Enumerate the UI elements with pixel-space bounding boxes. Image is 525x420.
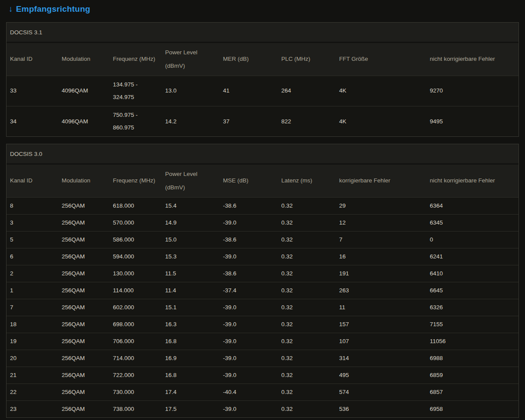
table-cell: 114.000 xyxy=(109,282,162,299)
table-cell: 618.000 xyxy=(109,197,162,214)
table-cell: 130.000 xyxy=(109,265,162,282)
table-cell: -39.0 xyxy=(219,248,277,265)
table-cell: 9495 xyxy=(426,106,518,136)
table-cell: 256QAM xyxy=(58,248,109,265)
table-cell: 16.8 xyxy=(162,333,219,350)
table-row: 344096QAM750.975 - 860.97514.2378224K949… xyxy=(7,106,518,136)
table-cell: 23 xyxy=(7,400,58,417)
table-row: 1256QAM114.00011.4-37.40.322636645 xyxy=(7,282,518,299)
table-cell: 16.8 xyxy=(162,367,219,384)
column-header: Frequenz (MHz) xyxy=(109,165,162,197)
table-cell: 536 xyxy=(336,400,426,417)
table-cell: 0.32 xyxy=(278,248,336,265)
table-cell: 5 xyxy=(7,231,58,248)
table-cell: 495 xyxy=(336,367,426,384)
table-row: 19256QAM706.00016.8-39.00.3210711056 xyxy=(7,333,518,350)
column-header: Frequenz (MHz) xyxy=(109,43,162,76)
column-header: nicht korrigierbare Fehler xyxy=(426,165,518,197)
column-header: MSE (dB) xyxy=(219,165,277,197)
table-cell: 738.000 xyxy=(109,400,162,417)
table-row: 8256QAM618.00015.4-38.60.32296364 xyxy=(7,197,518,214)
downstream-status-page: ↓Empfangsrichtung DOCSIS 3.1 Kanal IDMod… xyxy=(0,0,525,418)
table-cell: 157 xyxy=(336,316,426,333)
table-row: 22256QAM730.00017.4-40.40.325746857 xyxy=(7,384,518,400)
table-cell: 191 xyxy=(336,265,426,282)
table-cell: 15.0 xyxy=(162,231,219,248)
table-cell: -38.6 xyxy=(219,197,277,214)
table-row: 3256QAM570.00014.9-39.00.32126345 xyxy=(7,214,518,231)
table-cell: 37 xyxy=(219,106,277,136)
table-cell: 34 xyxy=(7,106,58,136)
docsis31-section: DOCSIS 3.1 Kanal IDModulationFrequenz (M… xyxy=(6,22,519,137)
table-cell: 16.9 xyxy=(162,350,219,367)
column-header: korrigierbare Fehler xyxy=(336,165,426,197)
table-cell: 6645 xyxy=(426,282,518,299)
table-cell: 822 xyxy=(278,106,336,136)
table-cell: 256QAM xyxy=(58,350,109,367)
table-cell: 256QAM xyxy=(58,214,109,231)
table-cell: -38.6 xyxy=(219,231,277,248)
table-cell: 698.000 xyxy=(109,316,162,333)
column-header: FFT Größe xyxy=(336,43,426,76)
table-cell: 0.32 xyxy=(278,367,336,384)
table-cell: 256QAM xyxy=(58,299,109,316)
table-cell: 14.9 xyxy=(162,214,219,231)
table-cell: 570.000 xyxy=(109,214,162,231)
table-cell: 9270 xyxy=(426,76,518,106)
table-cell: 3 xyxy=(7,214,58,231)
table-cell: 722.000 xyxy=(109,367,162,384)
column-header: Modulation xyxy=(58,165,109,197)
table-cell: 14.2 xyxy=(162,106,219,136)
table-cell: -38.6 xyxy=(219,265,277,282)
table-cell: 0.32 xyxy=(278,333,336,350)
table-cell: 4K xyxy=(336,76,426,106)
table-cell: 714.000 xyxy=(109,350,162,367)
table-cell: 256QAM xyxy=(58,400,109,417)
table-cell: 0.32 xyxy=(278,197,336,214)
table-cell: -39.0 xyxy=(219,350,277,367)
table-row: 21256QAM722.00016.8-39.00.324956859 xyxy=(7,367,518,384)
docsis30-table: Kanal IDModulationFrequenz (MHz)Power Le… xyxy=(7,165,518,417)
table-cell: -37.4 xyxy=(219,282,277,299)
table-cell: 17.4 xyxy=(162,384,219,400)
column-header: Kanal ID xyxy=(7,165,58,197)
table-cell: 256QAM xyxy=(58,316,109,333)
table-cell: 6857 xyxy=(426,384,518,400)
table-cell: 8 xyxy=(7,197,58,214)
docsis30-section: DOCSIS 3.0 Kanal IDModulationFrequenz (M… xyxy=(6,144,519,418)
table-cell: 13.0 xyxy=(162,76,219,106)
table-cell: 11 xyxy=(336,299,426,316)
table-cell: 11.4 xyxy=(162,282,219,299)
table-row: 334096QAM134.975 - 324.97513.0412644K927… xyxy=(7,76,518,106)
table-cell: 17.5 xyxy=(162,400,219,417)
table-cell: 6 xyxy=(7,248,58,265)
table-cell: 11.5 xyxy=(162,265,219,282)
table-cell: 0.32 xyxy=(278,400,336,417)
table-cell: 256QAM xyxy=(58,197,109,214)
down-arrow-icon: ↓ xyxy=(9,4,13,13)
table-cell: 33 xyxy=(7,76,58,106)
column-header: nicht korrigierbare Fehler xyxy=(426,43,518,76)
table-cell: 750.975 - 860.975 xyxy=(109,106,162,136)
header-row: Kanal IDModulationFrequenz (MHz)Power Le… xyxy=(7,165,518,197)
table-cell: 7 xyxy=(7,299,58,316)
column-header: PLC (MHz) xyxy=(278,43,336,76)
table-cell: 6345 xyxy=(426,214,518,231)
table-cell: 6859 xyxy=(426,367,518,384)
table-cell: 15.4 xyxy=(162,197,219,214)
table-cell: 256QAM xyxy=(58,384,109,400)
table-cell: 12 xyxy=(336,214,426,231)
table-cell: 4K xyxy=(336,106,426,136)
column-header: MER (dB) xyxy=(219,43,277,76)
table-cell: 730.000 xyxy=(109,384,162,400)
table-cell: 0.32 xyxy=(278,350,336,367)
table-cell: 314 xyxy=(336,350,426,367)
table-cell: 134.975 - 324.975 xyxy=(109,76,162,106)
table-cell: 594.000 xyxy=(109,248,162,265)
column-header: Modulation xyxy=(58,43,109,76)
table-cell: 0.32 xyxy=(278,282,336,299)
table-cell: 20 xyxy=(7,350,58,367)
table-cell: 0.32 xyxy=(278,265,336,282)
table-cell: 41 xyxy=(219,76,277,106)
table-cell: 22 xyxy=(7,384,58,400)
